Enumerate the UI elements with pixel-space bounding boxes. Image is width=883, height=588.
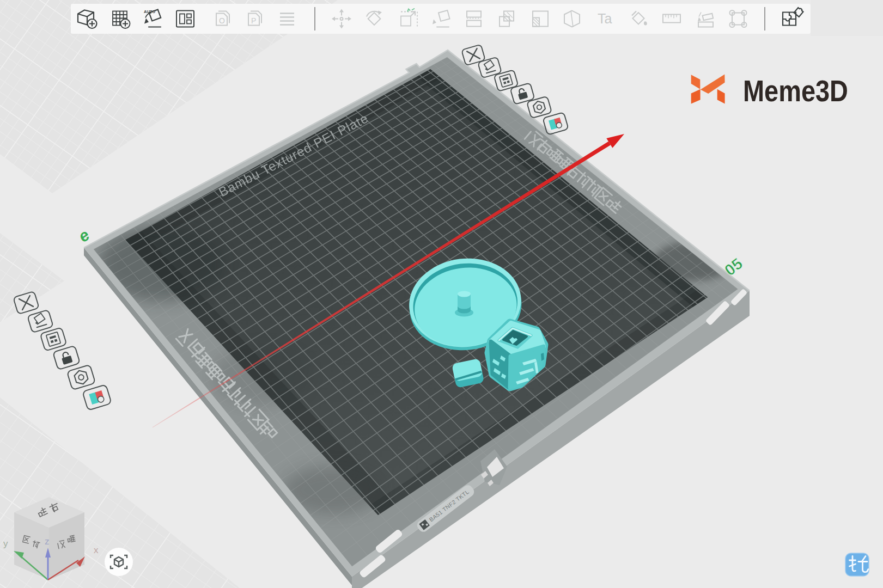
svg-text:x: x <box>94 545 99 555</box>
svg-text:y: y <box>3 538 8 549</box>
svg-text:P: P <box>251 16 256 25</box>
svg-text:AUTO: AUTO <box>144 9 155 14</box>
svg-text:z: z <box>45 536 50 547</box>
svg-text:Ta: Ta <box>598 11 612 26</box>
svg-text:Meme3D: Meme3D <box>743 74 848 108</box>
svg-text:O: O <box>219 16 225 25</box>
